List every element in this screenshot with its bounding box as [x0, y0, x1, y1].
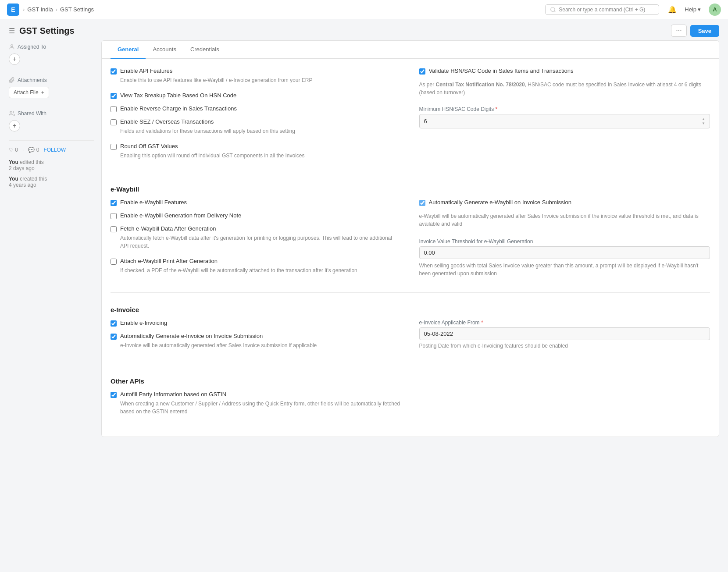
sez-desc: Fields and validations for these transac… [120, 127, 402, 135]
svg-point-0 [551, 7, 555, 11]
ewaybill-left-col: Enable e-Waybill Features Enable e-Waybi… [111, 199, 402, 284]
assigned-to-label: Assigned To [9, 44, 94, 50]
enable-eway-row: Enable e-Waybill Features [111, 199, 402, 208]
view-tax-checkbox[interactable] [111, 93, 117, 99]
save-button[interactable]: Save [690, 25, 719, 37]
user-avatar[interactable]: A [709, 4, 721, 16]
assigned-to-section: Assigned To + [9, 40, 94, 65]
general-right-col: Validate HSN/SAC Code in Sales Items and… [419, 68, 710, 163]
enable-api-checkbox[interactable] [111, 68, 117, 75]
add-assigned-button[interactable]: + [9, 53, 20, 65]
comments-count: 💬 0 [28, 147, 39, 153]
auto-eway-row: Automatically Generate e-Waybill on Invo… [419, 199, 710, 206]
attach-plus-icon: + [41, 89, 44, 96]
ewaybill-header: e-Waybill [111, 181, 710, 193]
search-bar[interactable]: Search or type a command (Ctrl + G) [545, 4, 659, 15]
attach-file-label: Attach File [14, 89, 39, 96]
search-placeholder: Search or type a command (Ctrl + G) [559, 7, 645, 13]
validate-hsn-label: Validate HSN/SAC Code in Sales Items and… [429, 68, 574, 74]
enable-einvoice-label: Enable e-Invoicing [120, 320, 167, 326]
validate-hsn-checkbox[interactable] [419, 68, 425, 75]
fetch-eway-checkbox[interactable] [111, 226, 117, 232]
einvoice-applicable-input[interactable] [419, 327, 710, 340]
autofill-gstin-label: Autofill Party Information based on GSTI… [120, 391, 226, 398]
breadcrumb: › GST India › GST Settings [23, 6, 94, 13]
validate-hsn-row: Validate HSN/SAC Code in Sales Items and… [419, 68, 710, 75]
auto-einvoice-label: Automatically Generate e-Invoice on Invo… [120, 333, 263, 339]
einvoice-left-col: Enable e-Invoicing Automatically Generat… [111, 320, 402, 355]
autofill-gstin-checkbox[interactable] [111, 392, 117, 398]
add-shared-button[interactable]: + [9, 120, 20, 131]
round-off-checkbox[interactable] [111, 144, 117, 150]
notification-bell[interactable]: 🔔 [668, 5, 677, 14]
min-hsn-spinner[interactable]: ▲ ▼ [702, 117, 705, 125]
fetch-eway-label: Fetch e-Waybill Data After Generation [120, 225, 216, 232]
sez-label: Enable SEZ / Overseas Transactions [120, 118, 214, 125]
section-divider-3 [111, 364, 710, 364]
reverse-charge-checkbox[interactable] [111, 106, 117, 112]
autofill-gstin-desc: When creating a new Customer / Supplier … [120, 400, 402, 416]
follow-row: ♡ 0 · 💬 0 FOLLOW [9, 147, 94, 153]
spinner-up[interactable]: ▲ [702, 117, 705, 121]
round-off-row: Round Off GST Values Enabling this optio… [111, 143, 402, 163]
auto-einvoice-checkbox[interactable] [111, 334, 117, 340]
round-off-desc: Enabling this option will round off indi… [120, 152, 402, 160]
hamburger-icon[interactable]: ☰ [9, 27, 15, 35]
svg-point-1 [11, 45, 13, 47]
invoice-threshold-input[interactable] [419, 246, 710, 259]
ewaybill-right-col: Automatically Generate e-Waybill on Invo… [419, 199, 710, 284]
app-icon: E [7, 4, 19, 16]
view-tax-label: View Tax Breakup Table Based On HSN Code [120, 92, 236, 99]
other-apis-section: Autofill Party Information based on GSTI… [111, 391, 710, 419]
sidebar: Assigned To + Attachments Attach File + [9, 40, 94, 437]
auto-eway-checkbox[interactable] [419, 200, 425, 206]
einvoice-header: e-Invoice [111, 302, 710, 313]
shared-with-section: Shared With + [9, 107, 94, 131]
enable-eway-label: Enable e-Waybill Features [120, 199, 187, 206]
attach-file-button[interactable]: Attach File + [9, 87, 49, 98]
other-apis-right-col [419, 391, 710, 419]
einvoice-right-col: e-Invoice Applicable From * Posting Date… [419, 320, 710, 355]
fetch-eway-desc: Automatically fetch e-Waybill data after… [120, 234, 402, 250]
min-hsn-field: Minimum HSN/SAC Code Digits * 6 ▲ ▼ [419, 106, 710, 128]
tabs-bar: General Accounts Credentials [102, 41, 719, 59]
help-chevron-icon: ▾ [698, 6, 701, 13]
enable-eway-checkbox[interactable] [111, 200, 117, 206]
follow-button[interactable]: FOLLOW [43, 147, 66, 153]
tab-accounts[interactable]: Accounts [146, 41, 183, 59]
enable-api-label: Enable API Features [120, 68, 172, 74]
auto-eway-desc: e-Waybill will be automatically generate… [419, 212, 710, 228]
breadcrumb-gst-india[interactable]: GST India [27, 6, 53, 13]
invoice-threshold-field: Invoice Value Threshold for e-Waybill Ge… [419, 238, 710, 277]
user-icon [9, 44, 15, 50]
attachments-label: Attachments [9, 77, 94, 83]
reverse-charge-row: Enable Reverse Charge in Sales Transacti… [111, 105, 402, 114]
form-content: Enable API Features Enable this to use A… [102, 59, 719, 437]
spinner-down[interactable]: ▼ [702, 121, 705, 125]
shared-with-label: Shared With [9, 110, 94, 117]
section-divider-1 [111, 172, 710, 172]
more-options-button[interactable]: ··· [671, 25, 686, 37]
einvoice-section: Enable e-Invoicing Automatically Generat… [111, 320, 710, 355]
eway-delivery-checkbox[interactable] [111, 213, 117, 219]
enable-einvoice-checkbox[interactable] [111, 320, 117, 327]
likes-count: ♡ 0 [9, 147, 18, 153]
eway-delivery-row: Enable e-Waybill Generation from Deliver… [111, 212, 402, 221]
attach-eway-desc: If checked, a PDF of the e-Waybill will … [120, 266, 402, 274]
page-title: GST Settings [19, 26, 75, 36]
sez-checkbox[interactable] [111, 119, 117, 125]
auto-eway-label: Automatically Generate e-Waybill on Invo… [429, 199, 571, 206]
einvoice-applicable-label: e-Invoice Applicable From * [419, 320, 710, 326]
min-hsn-input[interactable]: 6 ▲ ▼ [419, 114, 710, 128]
autofill-gstin-row: Autofill Party Information based on GSTI… [111, 391, 402, 419]
page-header: ☰ GST Settings ··· Save [0, 19, 728, 40]
top-nav: E › GST India › GST Settings Search or t… [0, 0, 728, 19]
help-menu[interactable]: Help ▾ [685, 6, 701, 13]
tab-credentials[interactable]: Credentials [183, 41, 226, 59]
invoice-threshold-label: Invoice Value Threshold for e-Waybill Ge… [419, 238, 710, 245]
auto-einvoice-desc: e-Invoice will be automatically generate… [120, 341, 402, 349]
tab-general[interactable]: General [111, 41, 146, 59]
breadcrumb-gst-settings[interactable]: GST Settings [60, 6, 94, 13]
section-divider-2 [111, 292, 710, 293]
attach-eway-checkbox[interactable] [111, 259, 117, 265]
